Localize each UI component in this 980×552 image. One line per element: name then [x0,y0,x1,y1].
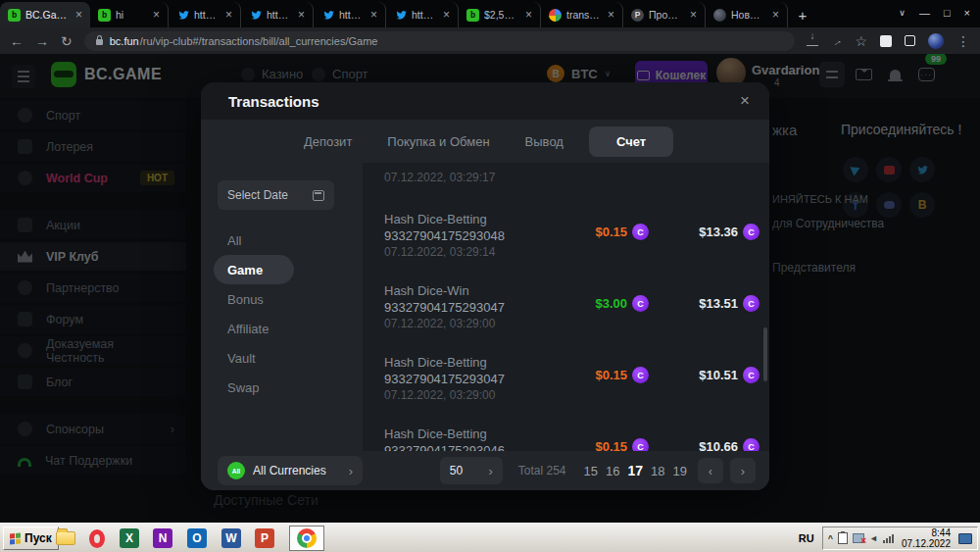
bcgame-favicon: b [8,9,21,22]
sidepanel-icon[interactable] [905,35,915,46]
close-icon[interactable]: × [740,91,750,111]
tab-close-icon[interactable]: × [368,8,379,22]
tab-twitter-2[interactable]: https://twi × [241,2,314,27]
tab-bcgame[interactable]: b BC.Game: × [0,2,90,27]
chrome-icon [297,528,317,548]
tab-twitter-3[interactable]: https://twi × [314,2,386,27]
calendar-icon [313,190,324,201]
tab-close-icon[interactable]: × [606,8,616,22]
system-tray: ^ ◄ 8:44 07.12.2022 [822,527,978,550]
page-19[interactable]: 19 [673,464,687,478]
url-input[interactable]: bc.fun /ru/vip-club#/transactions/bill/a… [84,31,796,51]
bet-amount: $0.15 [595,225,627,239]
excel-icon[interactable]: X [119,527,140,549]
tab-translate[interactable]: translate × [541,2,623,27]
tab-bill[interactable]: Счет [589,126,673,157]
tab-withdraw[interactable]: Вывод [515,126,573,157]
forward-icon[interactable]: → [35,33,49,49]
network-error-icon[interactable] [853,533,864,543]
tab-promo[interactable]: b $2,500 Pr × [459,2,541,27]
tab-close-icon[interactable]: × [151,8,162,22]
transactions-list: 07.12.2022, 03:29:17 Hash Dice-Betting 9… [363,163,769,451]
profile-avatar-icon[interactable] [928,33,944,49]
word-icon[interactable]: W [220,527,242,549]
filter-swap[interactable]: Swap [218,373,363,402]
tab-close-icon[interactable]: × [770,8,781,22]
tab-twitter-4[interactable]: https://twi × [386,2,459,27]
reload-icon[interactable]: ↻ [61,33,73,49]
coin-icon: C [743,224,760,240]
restore-button[interactable]: □ [944,7,951,19]
minimize-button[interactable]: — [919,7,930,19]
clock[interactable]: 8:44 07.12.2022 [899,527,954,550]
new-tab-button[interactable]: + [792,4,813,25]
taskbar: Пуск X N O W P RU ^ ◄ 8:44 07.12.2022 [0,523,980,552]
bookmark-star-icon[interactable]: ☆ [855,33,867,49]
share-icon[interactable]: → [829,32,845,48]
globe-favicon [713,9,726,22]
bcgame-favicon: b [98,9,111,22]
transaction-row[interactable]: Hash Dice-Win 93327904175293047 07.12.20… [384,280,769,352]
filter-bonus[interactable]: Bonus [218,284,363,314]
tab-close-icon[interactable]: × [296,8,307,22]
file-explorer-icon[interactable] [55,527,76,549]
tab-search-chevron-icon[interactable]: ∨ [899,8,906,18]
filter-game[interactable]: Game [214,255,294,284]
browser-address-bar: ← → ↻ bc.fun /ru/vip-club#/transactions/… [0,27,980,54]
balance-amount: $13.36 [699,225,738,239]
menu-dots-icon[interactable]: ⋮ [956,33,970,49]
signal-bars-icon[interactable] [883,533,894,543]
clipboard-tray-icon[interactable] [838,532,848,544]
url-path: /ru/vip-club#/transactions/bill/all_curr… [140,35,378,47]
filter-all[interactable]: All [218,226,363,255]
powerpoint-icon[interactable]: P [254,527,275,549]
page-size-selector[interactable]: 50 › [440,457,503,484]
filter-list: All Game Bonus Affiliate Vault Swap [218,226,363,402]
tab-deposit[interactable]: Депозит [294,126,362,157]
tab-close-icon[interactable]: × [74,8,84,22]
tab-profession[interactable]: P Профессо × [623,2,706,27]
balance-amount: $13.51 [699,296,738,311]
language-indicator[interactable]: RU [791,532,822,544]
filter-affiliate[interactable]: Affiliate [218,314,363,343]
coin-icon: C [632,295,649,312]
download-icon[interactable] [807,36,818,46]
close-window-button[interactable]: × [964,7,970,19]
all-currencies-button[interactable]: All All Currencies › [218,456,363,485]
chrome-taskbar-button-active[interactable] [289,526,324,551]
outlook-icon[interactable]: O [186,527,208,549]
onenote-icon[interactable]: N [152,527,173,549]
tab-close-icon[interactable]: × [223,8,234,22]
tab-twitter-1[interactable]: https://twi × [169,2,241,27]
show-desktop-icon[interactable] [958,533,972,544]
chevron-right-icon: › [489,464,493,478]
filter-vault[interactable]: Vault [218,343,363,373]
coin-icon: C [743,295,760,312]
tab-buy-swap[interactable]: Покупка и Обмен [377,126,499,157]
transaction-row[interactable]: Hash Dice-Betting 93327904175293048 07.1… [384,209,769,280]
extensions-icon[interactable] [880,35,892,47]
tab-close-icon[interactable]: × [523,8,534,22]
back-icon[interactable]: ← [10,33,24,49]
transaction-row[interactable]: Hash Dice-Betting 93327904175293047 07.1… [384,352,769,424]
select-date-button[interactable]: Select Date [218,180,334,210]
speaker-icon[interactable]: ◄ [869,533,878,543]
start-button[interactable]: Пуск [3,527,59,550]
page-15[interactable]: 15 [584,464,598,478]
page-17-active[interactable]: 17 [627,463,643,478]
window-controls: ∨ — □ × [899,0,980,25]
tab-hi[interactable]: b hi × [90,2,169,27]
tab-close-icon[interactable]: × [441,8,452,22]
next-page-button[interactable]: › [730,458,756,483]
bet-amount: $0.15 [595,439,627,451]
tab-newtab-page[interactable]: Новая вкл × [706,2,788,27]
bet-amount: $0.15 [595,368,627,382]
page-18[interactable]: 18 [651,464,664,478]
opera-icon[interactable] [86,527,108,549]
prev-page-button[interactable]: ‹ [698,458,723,483]
page-16[interactable]: 16 [606,464,619,478]
tab-close-icon[interactable]: × [688,8,699,22]
scrollbar-thumb[interactable] [763,327,767,381]
tray-collapse-icon[interactable]: ^ [828,533,833,543]
transaction-row[interactable]: Hash Dice-Betting 93327904175293046 $0.1… [384,424,769,451]
